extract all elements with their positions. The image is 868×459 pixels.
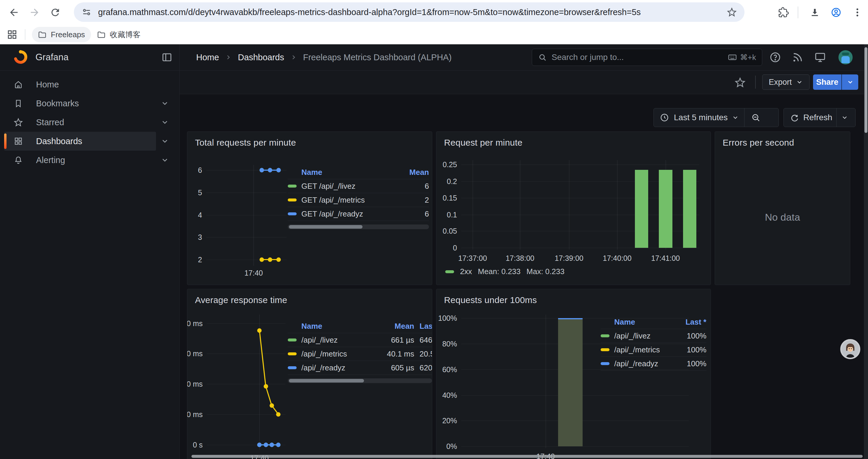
bookmark-folder-blogs[interactable]: 收藏博客	[91, 27, 147, 42]
legend-column-header[interactable]: Last *	[414, 322, 432, 331]
legend-mean: Mean: 0.233	[478, 267, 521, 276]
plot-area	[461, 160, 699, 250]
search-input[interactable]: Search or jump to... ⌘+k	[532, 49, 762, 66]
display-icon[interactable]	[814, 52, 826, 63]
sidebar-toggle-icon[interactable]	[161, 52, 173, 63]
chevron-down-icon	[796, 78, 803, 86]
legend-scrollbar[interactable]	[288, 225, 429, 229]
panel-title[interactable]: Request per minute	[436, 132, 711, 148]
grafana-logo[interactable]	[12, 50, 28, 65]
legend-swatch	[288, 198, 301, 201]
legend-row[interactable]: GET /api/_/metrics2	[288, 193, 429, 207]
url-text: grafana.mathmast.com/d/deytv4rwavabkb/fr…	[98, 7, 727, 17]
panel-title[interactable]: Total requests per minute	[187, 132, 432, 148]
toolbar-divider	[798, 6, 798, 18]
x-tick-label: 17:41:00	[651, 254, 680, 263]
legend-column-header[interactable]: Name	[301, 168, 399, 177]
sidebar-row-bookmarks: Bookmarks	[4, 94, 176, 113]
downloads-icon[interactable]	[809, 7, 820, 18]
bar-data-point	[635, 170, 648, 248]
panel-title[interactable]: Average response time	[187, 289, 432, 305]
legend-max: Max: 0.233	[526, 267, 565, 276]
refresh-interval-caret[interactable]	[837, 108, 852, 127]
y-tick-label: 0%	[446, 442, 457, 451]
sidebar-item-bookmarks[interactable]: Bookmarks	[4, 94, 156, 113]
legend-cell: 40.1 ms	[379, 350, 414, 359]
news-rss-icon[interactable]	[792, 52, 804, 63]
apps-grid-icon[interactable]	[7, 30, 17, 40]
horizontal-scrollbar-thumb[interactable]	[191, 455, 863, 458]
help-icon[interactable]	[769, 52, 781, 63]
chevron-down-icon[interactable]	[161, 99, 169, 107]
legend-cell: 646 µs	[414, 335, 432, 345]
legend-scrollbar[interactable]	[288, 379, 432, 383]
legend-row[interactable]: /api/_/readyz605 µs620 µs	[288, 361, 432, 375]
grafana-top-nav: Grafana Home Dashboards Freeleaps Metric…	[0, 44, 868, 71]
share-menu-button[interactable]	[842, 74, 858, 90]
legend-header-row: NameMeanLast *	[288, 319, 432, 333]
y-tick-label: 40%	[442, 391, 457, 399]
legend-column-header[interactable]: Mean	[379, 322, 414, 331]
y-tick-label: 0.25	[442, 160, 457, 169]
breadcrumb-dashboards[interactable]: Dashboards	[238, 53, 284, 62]
legend-row[interactable]: GET /api/_/livez6	[288, 179, 429, 193]
profile-icon[interactable]	[831, 7, 841, 18]
y-axis-labels: 0.250.20.150.10.050	[436, 160, 457, 250]
legend-column-header[interactable]: Last *	[674, 318, 706, 327]
favorite-star-icon[interactable]	[735, 77, 746, 88]
legend-table: NameMeanGET /api/_/livez6GET /api/_/metr…	[288, 165, 429, 229]
vertical-scrollbar-thumb[interactable]	[864, 47, 867, 133]
chevron-down-icon[interactable]	[161, 137, 169, 145]
site-settings-icon[interactable]	[82, 7, 92, 17]
panel-title[interactable]: Requests under 100ms	[436, 289, 711, 305]
back-icon[interactable]	[8, 7, 20, 18]
floating-assistant-avatar[interactable]	[840, 339, 860, 359]
sidebar-item-home[interactable]: Home	[4, 75, 156, 94]
sidebar: Home Bookmarks	[0, 70, 180, 459]
legend-row[interactable]: /api/_/readyz100%	[601, 357, 706, 371]
chevron-right-icon	[225, 54, 232, 61]
chevron-down-icon[interactable]	[161, 156, 169, 164]
sidebar-item-starred[interactable]: Starred	[4, 113, 156, 132]
vertical-scrollbar[interactable]	[864, 44, 868, 459]
legend-cell: /api/_/readyz	[614, 359, 674, 368]
legend-row[interactable]: /api/_/livez100%	[601, 329, 706, 343]
legend-column-header[interactable]: Mean	[399, 168, 429, 177]
reload-icon[interactable]	[50, 7, 61, 18]
export-button[interactable]: Export	[762, 74, 809, 90]
user-avatar[interactable]	[838, 50, 852, 64]
zoom-out-icon[interactable]	[745, 108, 767, 127]
bookmark-folder-freeleaps[interactable]: Freeleaps	[32, 27, 91, 42]
legend-scrollbar-thumb[interactable]	[289, 379, 364, 383]
legend-swatch	[601, 348, 614, 351]
legend-column-header[interactable]: Name	[614, 318, 674, 327]
refresh-button[interactable]: Refresh	[783, 108, 856, 127]
legend-scrollbar-thumb[interactable]	[289, 225, 363, 229]
panel-title: Errors per second	[715, 132, 850, 148]
extensions-icon[interactable]	[778, 7, 789, 18]
bar-data-point	[683, 170, 696, 248]
plot-area	[207, 315, 285, 450]
legend-cell: 620 µs	[414, 363, 432, 372]
y-tick-label: 100%	[438, 314, 457, 323]
sidebar-item-dashboards[interactable]: Dashboards	[4, 132, 156, 151]
legend-row[interactable]: /api/_/livez661 µs646 µs	[288, 333, 432, 347]
forward-icon[interactable]	[29, 7, 40, 18]
chevron-down-icon[interactable]	[161, 118, 169, 126]
legend-row[interactable]: GET /api/_/readyz6	[288, 207, 429, 221]
sidebar-item-alerting[interactable]: Alerting	[4, 151, 156, 169]
legend-column-header[interactable]: Name	[301, 322, 379, 331]
breadcrumb-home[interactable]: Home	[196, 53, 219, 62]
legend-cell: 2	[399, 196, 429, 205]
legend-inline[interactable]: 2xx Mean: 0.233 Max: 0.233	[445, 267, 565, 276]
address-bar[interactable]: grafana.mathmast.com/d/deytv4rwavabkb/fr…	[74, 2, 745, 22]
time-range-picker[interactable]: Last 5 minutes	[653, 108, 779, 127]
legend-row[interactable]: /api/_/metrics100%	[601, 343, 706, 357]
screen: grafana.mathmast.com/d/deytv4rwavabkb/fr…	[0, 0, 868, 459]
bookmark-star-icon[interactable]	[727, 7, 737, 17]
share-button[interactable]: Share	[813, 74, 841, 90]
x-tick-label: 17:40	[244, 269, 263, 277]
chevron-down-icon	[847, 78, 854, 86]
browser-menu-icon[interactable]	[852, 7, 863, 18]
legend-row[interactable]: /api/_/metrics40.1 ms20.5 ms	[288, 347, 432, 361]
